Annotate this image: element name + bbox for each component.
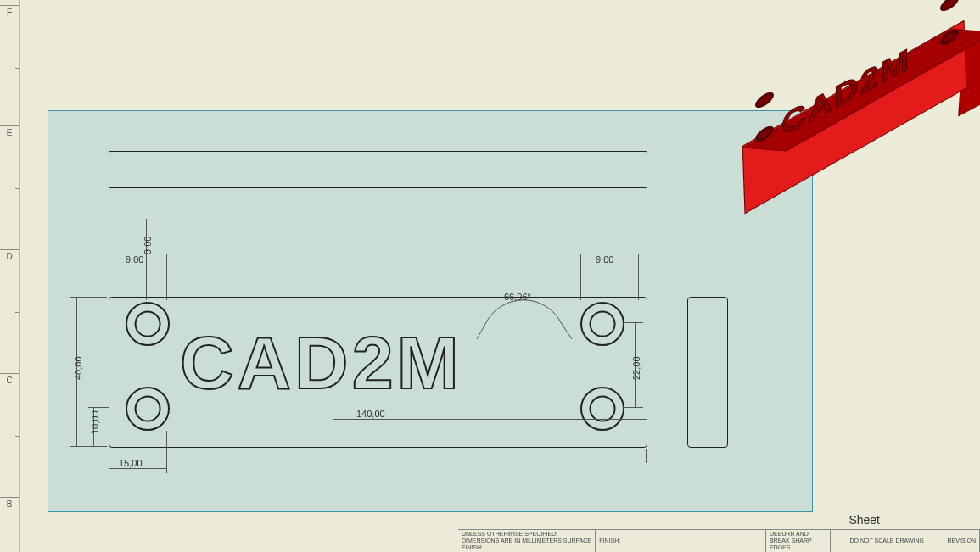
dim-line [146, 219, 147, 300]
ext-line [623, 407, 643, 408]
iso-hole [756, 91, 773, 110]
hole-bottom-right[interactable] [580, 387, 624, 431]
tb-deburr: DEBURR AND BREAK SHARP EDGES [766, 530, 831, 552]
dim-height[interactable]: 40,00 [73, 356, 83, 380]
dim-line [109, 468, 166, 469]
ruler-label: E [0, 125, 19, 137]
ext-line [109, 449, 109, 473]
dim-line [109, 265, 168, 265]
ext-line [70, 446, 107, 447]
ext-line [166, 431, 167, 473]
dim-hole-gap-y[interactable]: 22,00 [631, 356, 641, 380]
top-view-outline[interactable] [109, 151, 647, 188]
ext-line [166, 254, 167, 300]
dim-hole-top-dia[interactable]: 9,00 [143, 237, 153, 254]
side-view-outline[interactable] [687, 297, 728, 448]
dim-line [580, 265, 640, 265]
isometric-preview[interactable]: CAD2M [693, 7, 973, 261]
sheet-label: Sheet [848, 513, 880, 527]
dim-line [333, 419, 647, 420]
ruler-label: F [0, 5, 19, 17]
dim-off-y[interactable]: 10,00 [90, 410, 100, 434]
dim-hole-off-x[interactable]: 9,00 [126, 254, 143, 265]
ext-line [646, 449, 647, 463]
tb-notes: UNLESS OTHERWISE SPECIFIED: DIMENSIONS A… [458, 530, 596, 552]
ext-line [580, 254, 581, 300]
hole-bottom-left[interactable] [126, 387, 170, 431]
tb-revision: REVISION [944, 530, 980, 552]
ext-line [109, 254, 109, 295]
ext-line [638, 254, 639, 300]
hole-top-left[interactable] [126, 302, 170, 346]
ruler-label: B [0, 497, 19, 509]
dim-length[interactable]: 140,00 [356, 409, 385, 419]
title-block[interactable]: UNLESS OTHERWISE SPECIFIED: DIMENSIONS A… [458, 529, 980, 552]
dim-angle[interactable]: 66,96° [504, 292, 531, 302]
ext-line [623, 322, 643, 323]
ruler-label: D [0, 249, 19, 261]
ext-line [88, 407, 109, 408]
tb-noscale: DO NOT SCALE DRAWING [831, 530, 944, 552]
vertical-ruler: F E D C B [0, 0, 20, 552]
tb-finish: FINISH: [596, 530, 766, 552]
embossed-text[interactable]: CAD2M [180, 326, 462, 400]
ruler-label: C [0, 373, 19, 385]
iso-hole [941, 0, 958, 13]
hole-top-right[interactable] [580, 302, 624, 346]
dim-off-x2[interactable]: 15,00 [119, 458, 143, 468]
dim-hole-right-dia[interactable]: 9,00 [596, 254, 613, 265]
ext-line [70, 297, 107, 298]
